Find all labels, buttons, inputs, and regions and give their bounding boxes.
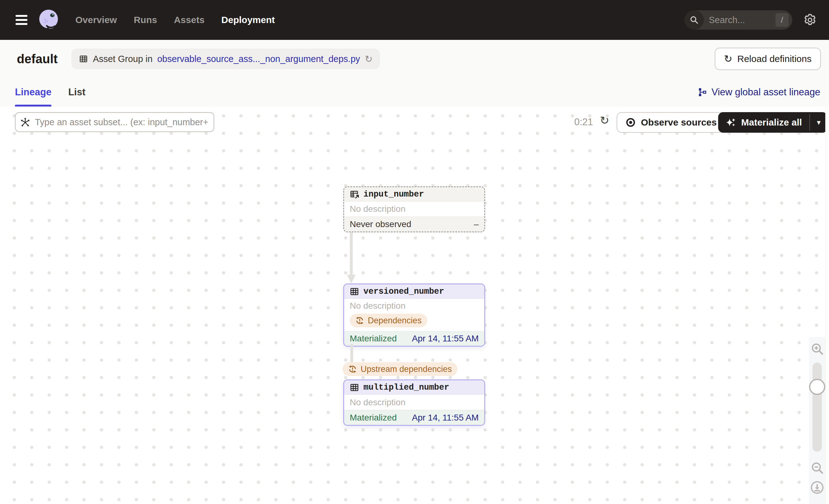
slash-shortcut-key: / — [776, 13, 789, 27]
changed-dependencies-icon — [355, 316, 364, 325]
page-title: default — [17, 52, 58, 66]
asset-status-value: – — [474, 219, 479, 229]
graph-branch-icon — [697, 87, 707, 97]
materialize-all-label: Materialize all — [741, 117, 802, 128]
asset-name: input_number — [363, 190, 424, 199]
search-input[interactable]: Search... / — [685, 10, 792, 30]
reload-icon: ↻ — [724, 53, 732, 65]
view-global-asset-lineage-label: View global asset lineage — [712, 86, 820, 98]
observable-source-asset-icon — [350, 190, 359, 199]
materialize-all-button[interactable]: Materialize all ▾ — [718, 112, 827, 133]
observe-sources-button[interactable]: Observe sources — [617, 112, 725, 133]
view-global-asset-lineage-link[interactable]: View global asset lineage — [697, 78, 820, 107]
asset-node-input-number[interactable]: input_number No description Never observ… — [343, 186, 485, 232]
asset-subset-input[interactable] — [15, 112, 214, 132]
tab-list-label: List — [68, 86, 85, 98]
asset-tag-row: Dependencies — [344, 313, 484, 331]
settings-gear-icon[interactable] — [803, 13, 817, 27]
zoom-out-icon[interactable] — [810, 461, 824, 475]
breadcrumb-refresh-icon[interactable]: ↻ — [365, 53, 372, 65]
tab-lineage-label: Lineage — [15, 86, 51, 98]
asset-node-versioned-number[interactable]: versioned_number No description Dependen… — [343, 284, 485, 347]
page-header: default Asset Group in observable_source… — [0, 40, 829, 78]
hamburger-menu-icon[interactable] — [15, 15, 27, 25]
asset-status-row: Materialized Apr 14, 11:55 AM — [344, 410, 484, 425]
node-header: versioned_number — [344, 284, 484, 299]
nav-item-assets[interactable]: Assets — [174, 15, 204, 25]
asset-status-row: Materialized Apr 14, 11:55 AM — [344, 331, 484, 346]
refresh-countdown: 0:21 — [574, 116, 593, 128]
tab-list[interactable]: List — [68, 78, 85, 107]
asset-group-icon — [79, 54, 88, 64]
asset-status: Materialized — [350, 334, 397, 344]
dependencies-tag-label: Dependencies — [368, 316, 422, 325]
asset-status-row: Never observed – — [344, 216, 484, 231]
search-placeholder: Search... — [709, 15, 776, 25]
materialize-all-main[interactable]: Materialize all — [718, 112, 809, 133]
refresh-graph-icon[interactable]: ↻ — [600, 114, 609, 127]
asset-description: No description — [344, 299, 484, 313]
breadcrumb: Asset Group in observable_source_ass..._… — [71, 48, 380, 69]
zoom-slider-handle[interactable] — [809, 379, 825, 395]
primary-nav: Overview Runs Assets Deployment — [75, 15, 275, 25]
asset-name: multiplied_number — [363, 383, 449, 392]
asset-description: No description — [344, 395, 484, 410]
edge-arrow — [346, 231, 356, 285]
asset-group-lineage-page: Overview Runs Assets Deployment Search..… — [0, 0, 829, 504]
breadcrumb-prefix: Asset Group in — [93, 54, 153, 64]
breadcrumb-file-link[interactable]: observable_source_ass..._non_argument_de… — [157, 54, 360, 64]
reload-definitions-button[interactable]: ↻ Reload definitions — [715, 48, 821, 70]
reload-definitions-label: Reload definitions — [737, 53, 812, 64]
materialize-options-caret[interactable]: ▾ — [810, 112, 827, 133]
eye-icon — [625, 117, 636, 128]
observe-sources-label: Observe sources — [641, 117, 717, 128]
nav-item-deployment[interactable]: Deployment — [221, 15, 275, 25]
tabs-row: Lineage List View global asset lineage — [0, 78, 829, 107]
upstream-dependencies-label: Upstream dependencies — [361, 364, 452, 374]
tab-lineage[interactable]: Lineage — [15, 78, 51, 107]
nav-item-runs[interactable]: Runs — [134, 15, 157, 25]
asset-node-multiplied-number[interactable]: multiplied_number No description Materia… — [343, 380, 485, 426]
zoom-in-icon[interactable] — [810, 342, 824, 356]
changed-dependencies-icon — [348, 365, 357, 373]
vertical-scrollbar[interactable] — [825, 107, 829, 504]
asset-status-timestamp: Apr 14, 11:55 AM — [412, 413, 479, 423]
asset-status: Materialized — [350, 413, 397, 423]
asset-description: No description — [344, 202, 484, 216]
upstream-dependencies-tag[interactable]: Upstream dependencies — [343, 362, 458, 376]
zoom-controls-panel — [809, 337, 825, 504]
node-header: input_number — [344, 187, 484, 202]
edge-line — [350, 344, 353, 363]
asset-table-icon — [350, 287, 359, 296]
sparkles-icon — [726, 117, 736, 128]
nav-item-overview[interactable]: Overview — [75, 15, 117, 25]
dependencies-tag[interactable]: Dependencies — [350, 314, 427, 327]
asset-status-timestamp: Apr 14, 11:55 AM — [412, 334, 479, 344]
asset-status: Never observed — [350, 219, 411, 229]
upstream-dependencies-tag-wrap: Upstream dependencies — [343, 362, 458, 376]
asset-name: versioned_number — [363, 287, 444, 296]
asset-table-icon — [350, 383, 359, 392]
node-header: multiplied_number — [344, 380, 484, 395]
top-nav: Overview Runs Assets Deployment Search..… — [0, 0, 829, 40]
download-image-icon[interactable] — [810, 480, 824, 495]
dagster-logo-icon[interactable] — [37, 8, 61, 32]
zoom-slider[interactable] — [813, 363, 822, 452]
tabs: Lineage List — [15, 78, 85, 107]
search-icon — [685, 10, 704, 30]
